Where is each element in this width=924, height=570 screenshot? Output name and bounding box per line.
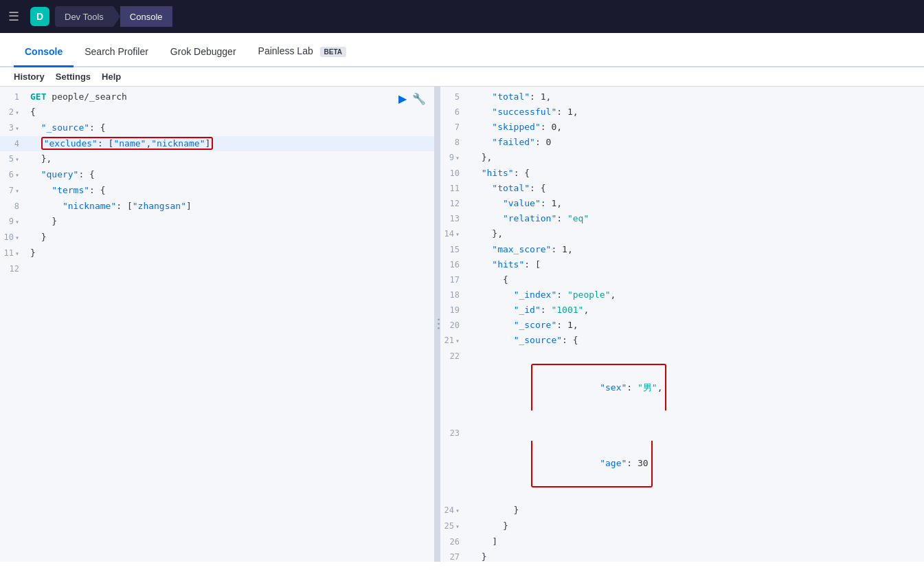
editor-line-10: 10▾ } xyxy=(0,230,434,245)
editor-line-1: 1 GET people/_search xyxy=(0,89,434,105)
wrench-icon[interactable]: 🔧 xyxy=(412,92,426,105)
tab-console[interactable]: Console xyxy=(14,36,74,67)
output-line-15: 15 "max_score": 1, xyxy=(440,242,924,257)
toolbar: History Settings Help xyxy=(0,67,924,87)
editor-line-7: 7▾ "terms": { xyxy=(0,183,434,199)
editor-line-2: 2▾ { xyxy=(0,105,434,120)
editor-line-6: 6▾ "query": { xyxy=(0,167,434,183)
breadcrumb-devtools[interactable]: Dev Tools xyxy=(55,6,113,27)
output-line-25: 25▾ } xyxy=(440,518,924,534)
editor-line-8: 8 "nickname": ["zhangsan"] xyxy=(0,199,434,214)
output-line-14: 14▾ }, xyxy=(440,226,924,242)
output-line-17: 17 { xyxy=(440,272,924,287)
editor-line-12: 12 xyxy=(0,261,434,276)
settings-button[interactable]: Settings xyxy=(56,72,91,82)
app-icon: D xyxy=(30,7,49,26)
beta-badge: BETA xyxy=(320,47,346,57)
output-line-11: 11 "total": { xyxy=(440,181,924,196)
editor-line-11: 11▾ } xyxy=(0,245,434,261)
run-icon[interactable]: ▶ xyxy=(398,92,407,105)
output-line-23: 23 "age": 30 xyxy=(440,426,924,503)
breadcrumb-arrow xyxy=(113,6,120,27)
output-line-26: 26 ] xyxy=(440,534,924,549)
output-line-18: 18 "_index": "people", xyxy=(440,287,924,303)
output-line-13: 13 "relation": "eq" xyxy=(440,211,924,226)
help-button[interactable]: Help xyxy=(102,72,121,82)
output-line-22: 22 "sex": "男", xyxy=(440,349,924,426)
editor-actions: ▶ 🔧 xyxy=(398,92,426,105)
breadcrumb-console[interactable]: Console xyxy=(120,6,172,27)
history-button[interactable]: History xyxy=(14,72,45,82)
editor-code-area[interactable]: 1 GET people/_search 2▾ { 3▾ "_source": … xyxy=(0,87,434,562)
tab-search-profiler[interactable]: Search Profiler xyxy=(74,36,159,67)
output-line-27: 27 } xyxy=(440,549,924,562)
main-content: ▶ 🔧 1 GET people/_search 2▾ { 3▾ "_sourc… xyxy=(0,87,924,562)
top-bar: ☰ D Dev Tools Console xyxy=(0,0,924,33)
output-line-16: 16 "hits": [ xyxy=(440,257,924,272)
nav-tabs: Console Search Profiler Grok Debugger Pa… xyxy=(0,33,924,67)
output-line-19: 19 "_id": "1001", xyxy=(440,303,924,318)
output-line-24: 24▾ } xyxy=(440,503,924,518)
output-line-7: 7 "skipped": 0, xyxy=(440,120,924,135)
editor-line-3: 3▾ "_source": { xyxy=(0,120,434,136)
output-line-5: 5 "total": 1, xyxy=(440,89,924,105)
output-code-area[interactable]: 5 "total": 1, 6 "successful": 1, 7 "skip… xyxy=(440,87,924,562)
editor-panel: ▶ 🔧 1 GET people/_search 2▾ { 3▾ "_sourc… xyxy=(0,87,436,562)
editor-line-5: 5▾ }, xyxy=(0,151,434,167)
editor-line-4: 4 "excludes": ["name","nickname"] xyxy=(0,136,434,151)
breadcrumb: Dev Tools Console xyxy=(55,6,172,27)
output-line-12: 12 "value": 1, xyxy=(440,196,924,211)
output-line-6: 6 "successful": 1, xyxy=(440,105,924,120)
output-line-8: 8 "failed": 0 xyxy=(440,135,924,150)
tab-painless-lab[interactable]: Painless Lab BETA xyxy=(247,36,358,67)
hamburger-icon[interactable]: ☰ xyxy=(8,9,19,24)
output-line-20: 20 "_score": 1, xyxy=(440,318,924,333)
editor-line-9: 9▾ } xyxy=(0,214,434,230)
output-line-10: 10 "hits": { xyxy=(440,166,924,181)
output-panel: 5 "total": 1, 6 "successful": 1, 7 "skip… xyxy=(440,87,924,562)
output-line-9: 9▾ }, xyxy=(440,150,924,166)
output-line-21: 21▾ "_source": { xyxy=(440,333,924,349)
tab-grok-debugger[interactable]: Grok Debugger xyxy=(159,36,247,67)
